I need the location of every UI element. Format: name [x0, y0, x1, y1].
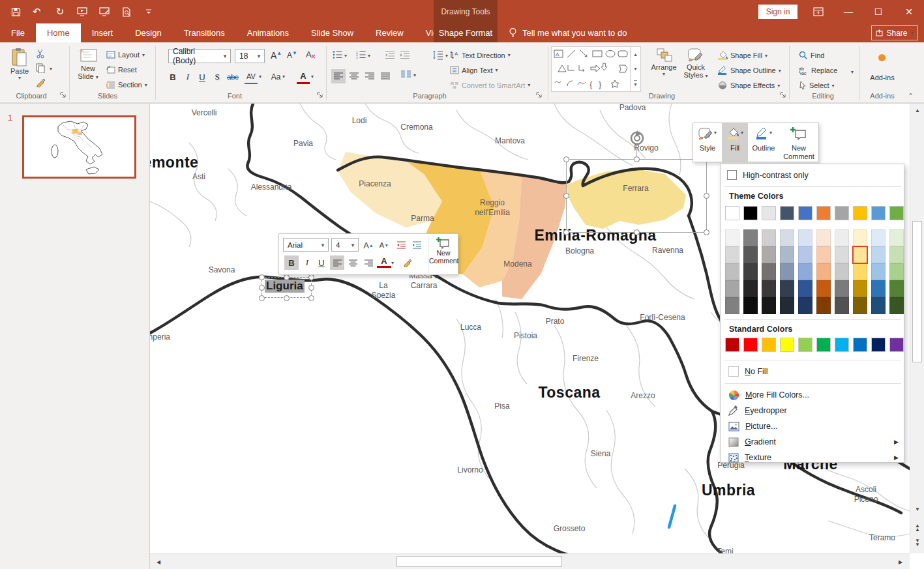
liguria-textbox[interactable]: Liguria [265, 280, 305, 293]
fill-button[interactable]: ▾ Fill [722, 123, 748, 162]
tab-transitions[interactable]: Transitions [173, 23, 236, 42]
increase-font-size-button[interactable]: A▲ [271, 50, 282, 61]
map-label-grosseto[interactable]: Grosseto [554, 524, 586, 534]
theme-variant-swatch[interactable] [780, 229, 794, 246]
mini-align-right-button[interactable] [361, 255, 376, 270]
justify-button[interactable] [378, 69, 393, 83]
mini-increase-indent-icon[interactable] [410, 238, 424, 252]
theme-variant-swatch[interactable] [871, 280, 886, 297]
selection-handle[interactable] [704, 229, 709, 235]
standard-color-swatch[interactable] [762, 338, 776, 352]
theme-variant-swatch[interactable] [835, 280, 849, 297]
numbering-button[interactable]: 123 [356, 50, 366, 59]
drawing-dialog-launcher-icon[interactable] [780, 92, 788, 100]
theme-variant-swatch[interactable] [889, 229, 904, 246]
new-slide-button[interactable]: New Slide ▾ [74, 46, 102, 89]
map-label-modena[interactable]: Modena [503, 259, 531, 269]
minimize-button[interactable]: — [833, 0, 863, 23]
font-size-combo[interactable]: 18▾ [235, 49, 265, 63]
theme-variant-swatch[interactable] [725, 280, 739, 297]
ribbon-display-options-icon[interactable] [803, 0, 833, 23]
theme-variant-swatch[interactable] [798, 297, 812, 314]
theme-color-swatch[interactable] [889, 206, 904, 220]
mini-underline-button[interactable]: U [314, 255, 329, 270]
theme-variant-swatch[interactable] [889, 280, 904, 297]
copy-icon[interactable] [36, 63, 46, 73]
theme-variant-swatch[interactable] [853, 229, 867, 246]
reset-button[interactable]: Reset [106, 66, 137, 74]
theme-variant-swatch[interactable] [798, 229, 812, 246]
selection-handle[interactable] [563, 193, 569, 199]
map-label-vercelli[interactable]: Vercelli [192, 108, 217, 118]
theme-variant-swatch[interactable] [816, 246, 831, 263]
selection-handle[interactable] [634, 229, 640, 235]
selection-handle[interactable] [308, 295, 314, 301]
map-label-parma[interactable]: Parma [411, 214, 434, 224]
shapes-gallery-scroll[interactable]: ▴▾▾ [631, 46, 641, 92]
redo-button[interactable]: ↻ [53, 5, 67, 18]
vertical-scrollbar[interactable]: ▲ ▼ ▲▲ ▼▼ [910, 104, 924, 553]
close-button[interactable]: ✕ [894, 0, 924, 23]
tab-review[interactable]: Review [365, 23, 415, 42]
theme-variant-swatch[interactable] [725, 263, 739, 280]
mini-decrease-indent-icon[interactable] [394, 238, 408, 252]
paste-button[interactable]: Paste▾ [7, 46, 33, 89]
underline-button[interactable]: U [196, 70, 209, 84]
align-text-button[interactable]: Align Text▾ [450, 66, 498, 74]
italic-button[interactable]: I [181, 70, 194, 84]
numbering-dropdown-icon[interactable]: ▾ [368, 53, 370, 59]
increase-indent-icon[interactable] [400, 50, 410, 59]
print-preview-icon[interactable] [120, 5, 133, 18]
picture-item[interactable]: Picture... [721, 418, 905, 434]
paragraph-dialog-launcher-icon[interactable] [536, 92, 544, 100]
quick-styles-button[interactable]: QuickStyles ▾ [680, 46, 711, 89]
theme-variant-swatch[interactable] [762, 229, 776, 246]
theme-variant-swatch[interactable] [798, 246, 812, 263]
share-button[interactable]: Share▾ [871, 25, 918, 40]
copy-dropdown-icon[interactable]: ▾ [50, 66, 52, 72]
map-label-pistoia[interactable]: Pistoia [514, 331, 537, 341]
theme-color-swatch[interactable] [798, 206, 812, 220]
theme-color-swatch[interactable] [853, 206, 867, 220]
map-label-livorno[interactable]: Livorno [457, 465, 483, 475]
scroll-left-icon[interactable]: ◀ [151, 559, 166, 565]
selection-handle[interactable] [308, 285, 314, 291]
theme-color-swatch[interactable] [762, 206, 776, 220]
mini-font-size-combo[interactable]: 4▾ [331, 238, 359, 252]
theme-variant-swatch[interactable] [871, 229, 886, 246]
map-label-arezzo[interactable]: Arezzo [631, 391, 655, 401]
shape-effects-button[interactable]: Shape Effects▾ [717, 81, 780, 90]
texture-item[interactable]: Texture ▶ [721, 450, 905, 465]
theme-color-swatch[interactable] [780, 206, 794, 220]
columns-dropdown-icon[interactable]: ▾ [413, 72, 416, 78]
change-case-button[interactable]: Aa [269, 70, 282, 84]
shapes-gallery[interactable]: A { } [551, 46, 631, 92]
high-contrast-checkbox[interactable] [727, 170, 737, 180]
map-label-firenze[interactable]: Firenze [573, 354, 599, 364]
change-case-dropdown-icon[interactable]: ▾ [282, 74, 285, 80]
mini-increase-font-button[interactable]: A▲ [361, 238, 376, 252]
theme-variant-swatch[interactable] [835, 229, 849, 246]
theme-variant-swatch[interactable] [816, 280, 831, 297]
theme-variant-swatch[interactable] [889, 297, 904, 314]
save-icon[interactable] [9, 5, 22, 18]
map-label-imperia[interactable]: Imperia [150, 332, 170, 342]
map-label-mantova[interactable]: Mantova [495, 136, 525, 146]
theme-variant-swatch[interactable] [743, 280, 758, 297]
mini-format-painter-icon[interactable] [400, 255, 415, 270]
mini-decrease-font-button[interactable]: A▼ [377, 238, 391, 252]
standard-color-swatch[interactable] [889, 338, 904, 352]
tell-me-box[interactable]: Tell me what you want to do [509, 23, 627, 42]
collapse-ribbon-icon[interactable]: ⌃ [908, 92, 914, 100]
slide-show-icon[interactable] [98, 5, 111, 18]
theme-variant-swatch[interactable] [816, 229, 831, 246]
map-label-forl-cesena[interactable]: Forlì-Cesena [640, 313, 685, 323]
map-label-temi[interactable]: Temi [717, 547, 733, 554]
theme-variant-swatch[interactable] [780, 280, 794, 297]
convert-to-smartart-button[interactable]: Convert to SmartArt▾ [450, 81, 530, 89]
selection-handle[interactable] [259, 285, 265, 291]
vertical-scroll-thumb[interactable] [912, 221, 922, 362]
maximize-button[interactable]: ☐ [863, 0, 893, 23]
tab-home[interactable]: Home [36, 23, 81, 42]
mini-font-name-combo[interactable]: Arial▾ [283, 238, 329, 252]
